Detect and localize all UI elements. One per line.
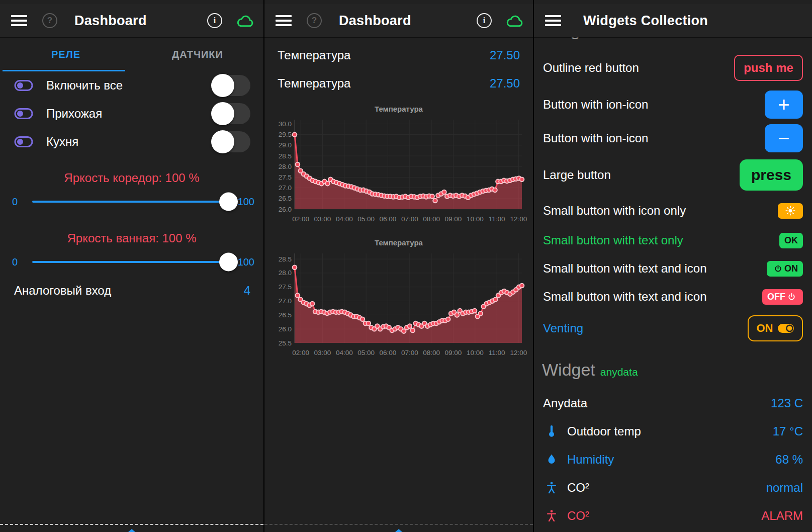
svg-text:05:00: 05:00 bbox=[357, 349, 375, 357]
row-label: Humidity bbox=[567, 453, 775, 467]
scroll-up-indicator[interactable] bbox=[128, 529, 135, 532]
row-label: Small button with text and icon bbox=[543, 261, 767, 276]
tab-sensors[interactable]: ДАТЧИКИ bbox=[132, 37, 263, 71]
row-label: Anydata bbox=[543, 396, 771, 410]
slider-row-bathroom: 0 100 bbox=[0, 247, 263, 277]
venting-toggle-button[interactable]: ON bbox=[748, 315, 803, 341]
toggle-switch-kitchen[interactable] bbox=[212, 131, 250, 152]
row-label: Large button bbox=[543, 168, 740, 182]
svg-text:02:00: 02:00 bbox=[292, 215, 309, 223]
analog-input-label: Аналоговый вход bbox=[14, 284, 244, 298]
widget-row-large: Large button press bbox=[534, 155, 812, 195]
on-button[interactable]: ON bbox=[767, 261, 803, 277]
svg-text:26.0: 26.0 bbox=[279, 206, 292, 213]
slider-row-corridor: 0 100 bbox=[0, 187, 263, 216]
press-button[interactable]: press bbox=[740, 159, 803, 191]
svg-text:02:00: 02:00 bbox=[292, 349, 309, 357]
svg-text:27.5: 27.5 bbox=[279, 283, 292, 291]
scroll-up-indicator[interactable] bbox=[395, 529, 402, 532]
temperature-row: Температура 27.50 bbox=[264, 69, 533, 98]
temperature-value: 27.50 bbox=[490, 76, 520, 91]
row-label: Small button with text only bbox=[543, 233, 779, 247]
toggle-switch-hallway[interactable] bbox=[212, 103, 250, 124]
ok-button[interactable]: OK bbox=[779, 233, 803, 248]
thermometer-icon bbox=[543, 425, 560, 438]
toggle-outline-icon bbox=[14, 79, 33, 92]
page-title: Widgets Collection bbox=[583, 13, 708, 29]
slider-knob[interactable] bbox=[219, 253, 238, 272]
plus-button[interactable]: + bbox=[765, 91, 803, 119]
brightness-slider-corridor[interactable] bbox=[32, 201, 236, 203]
svg-text:26.5: 26.5 bbox=[279, 195, 292, 202]
svg-text:06:00: 06:00 bbox=[380, 215, 397, 223]
svg-text:28.0: 28.0 bbox=[279, 163, 292, 170]
slider-knob[interactable] bbox=[219, 193, 238, 211]
slider-title-bathroom: Яркость ванная: 100 % bbox=[0, 231, 263, 247]
row-label: CO² bbox=[567, 481, 766, 495]
help-icon[interactable]: ? bbox=[42, 13, 57, 28]
power-icon bbox=[774, 264, 782, 273]
menu-icon[interactable] bbox=[11, 13, 27, 29]
svg-text:07:00: 07:00 bbox=[401, 349, 418, 357]
switch-label: Включить все bbox=[46, 78, 212, 93]
svg-text:11:00: 11:00 bbox=[489, 215, 505, 223]
toggle-icon bbox=[777, 323, 794, 334]
temperature-row: Температура 27.50 bbox=[264, 41, 533, 69]
info-icon[interactable]: i bbox=[207, 13, 222, 28]
active-tab-indicator bbox=[3, 70, 125, 71]
svg-text:10:00: 10:00 bbox=[467, 349, 484, 357]
toggle-outline-icon bbox=[14, 135, 33, 148]
push-me-button[interactable]: push me bbox=[734, 55, 803, 81]
slider-max-label: 100 bbox=[238, 196, 254, 208]
off-button[interactable]: OFF bbox=[762, 289, 803, 305]
svg-text:25.5: 25.5 bbox=[279, 339, 292, 347]
app-screen: ? Dashboard i РЕЛЕ ДАТЧИКИ Включить все bbox=[0, 0, 812, 532]
tab-bar: РЕЛЕ ДАТЧИКИ bbox=[0, 37, 263, 71]
tab-relays[interactable]: РЕЛЕ bbox=[0, 37, 132, 71]
temperature-chart-1: Температура 30.029.529.028.528.027.527.0… bbox=[264, 105, 533, 225]
info-icon[interactable]: i bbox=[477, 13, 492, 28]
svg-text:29.5: 29.5 bbox=[279, 131, 292, 138]
widget-row-minus: Button with ion-icon − bbox=[534, 121, 812, 155]
slider-title-corridor: Яркость коредор: 100 % bbox=[0, 171, 263, 187]
analog-input-row: Аналоговый вход 4 bbox=[0, 277, 263, 305]
svg-text:29.0: 29.0 bbox=[279, 141, 292, 149]
sun-button[interactable] bbox=[778, 203, 803, 219]
temperature-label: Температура bbox=[278, 76, 490, 91]
slider-min-label: 0 bbox=[12, 196, 28, 208]
menu-icon[interactable] bbox=[276, 13, 292, 29]
widgets-collection-panel: Widgetbtn Widgets Collection Outline red… bbox=[534, 0, 812, 532]
data-row-outdoor-temp: Outdoor temp 17 °C bbox=[534, 417, 812, 446]
toggle-switch-all[interactable] bbox=[212, 75, 250, 96]
row-value: ALARM bbox=[761, 509, 803, 523]
section-header-anydata: Widget anydata bbox=[534, 360, 812, 385]
slider-min-label: 0 bbox=[12, 256, 28, 268]
svg-text:28.5: 28.5 bbox=[279, 152, 292, 160]
page-title: Dashboard bbox=[339, 13, 411, 29]
header: ? Dashboard i bbox=[0, 4, 263, 37]
minus-button[interactable]: − bbox=[765, 124, 803, 152]
widget-row-venting: Venting ON bbox=[534, 311, 812, 346]
page-title: Dashboard bbox=[74, 13, 147, 29]
slider-max-label: 100 bbox=[238, 256, 254, 268]
svg-text:26.5: 26.5 bbox=[279, 311, 292, 319]
menu-icon[interactable] bbox=[545, 13, 561, 29]
scroll-edge-divider bbox=[0, 524, 263, 525]
analog-input-value: 4 bbox=[244, 284, 250, 298]
row-label: Outline red button bbox=[543, 61, 734, 75]
help-icon[interactable]: ? bbox=[307, 13, 322, 28]
brightness-slider-bathroom[interactable] bbox=[32, 261, 236, 263]
row-label: Small button with text and icon bbox=[543, 290, 762, 304]
svg-text:09:00: 09:00 bbox=[445, 215, 462, 223]
data-row-co2-normal: CO² normal bbox=[534, 474, 812, 502]
svg-text:28.0: 28.0 bbox=[279, 269, 292, 277]
svg-text:27.0: 27.0 bbox=[279, 184, 292, 192]
svg-text:30.0: 30.0 bbox=[279, 120, 292, 128]
water-drop-icon bbox=[543, 454, 560, 466]
svg-text:03:00: 03:00 bbox=[314, 349, 331, 357]
power-icon bbox=[787, 293, 796, 301]
data-row-anydata: Anydata 123 C bbox=[534, 389, 812, 417]
svg-text:04:00: 04:00 bbox=[336, 349, 353, 357]
svg-text:08:00: 08:00 bbox=[423, 215, 440, 223]
chart-title: Температура bbox=[264, 238, 533, 249]
